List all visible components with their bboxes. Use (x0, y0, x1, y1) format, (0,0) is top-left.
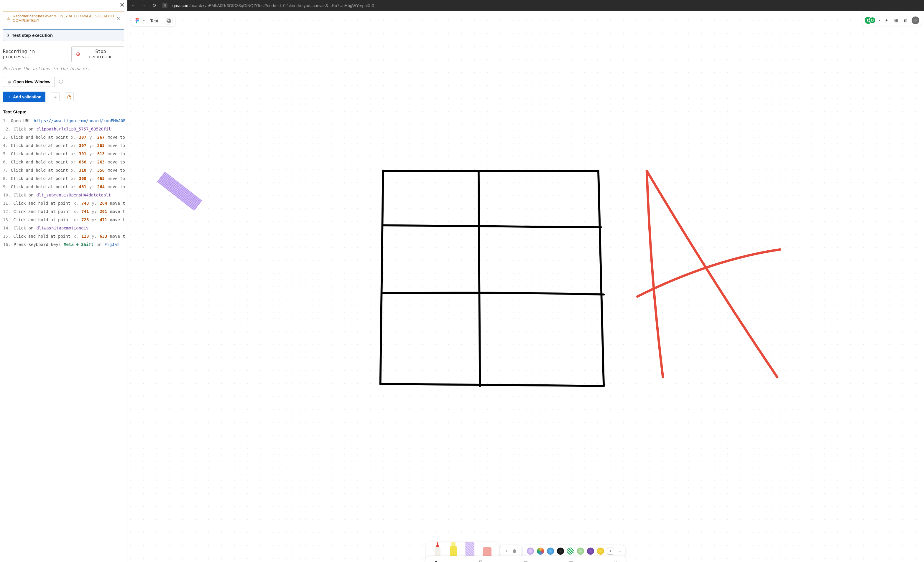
test-step-row[interactable]: 3.Click and hold at point x: 307 y: 267 … (2, 133, 125, 141)
cookie-button[interactable]: ◔ (65, 93, 74, 101)
recorder-panel: ✕ ⚠ Recorder captures events ONLY AFTER … (0, 0, 128, 562)
hint-text: Perform the actions in the browser. (3, 66, 124, 71)
reload-icon[interactable]: ⟳ (152, 3, 158, 8)
sticker-option[interactable] (547, 547, 554, 555)
shape-tool-icon[interactable]: ⊓ (479, 559, 482, 562)
stop-recording-button[interactable]: Stop recording (71, 46, 124, 62)
warning-close-icon[interactable]: ✕ (117, 16, 120, 21)
steps-heading: Test Steps: (3, 109, 124, 114)
shape-tray: ➤ ⊓ ▭ ▭ ○ (426, 556, 626, 562)
test-step-row[interactable]: 12.Click and hold at point x: 741 y: 261… (2, 207, 125, 215)
browser-chrome: ← → ⟳ ⚙ figma.com/board/xvoEMhA0Rr3GfD83… (128, 0, 924, 11)
info-icon[interactable]: ⓘ (59, 79, 63, 85)
back-icon[interactable]: ← (130, 3, 136, 8)
test-step-row[interactable]: 5.Click and hold at point x: 301 y: 613 … (2, 149, 125, 158)
url-path: /board/xvoEMhA0Rr3GfD83qOlNQZ/Test?node-… (190, 3, 374, 8)
record-icon (76, 52, 80, 56)
shape-tool-icon[interactable]: ▭ (569, 559, 573, 562)
plus-icon: ＋ (7, 94, 11, 100)
test-step-row[interactable]: 15.Click and hold at point x: 118 y: 633… (2, 232, 125, 241)
test-step-row[interactable]: 7.Click and hold at point x: 310 y: 356 … (2, 166, 125, 174)
test-step-row[interactable]: 10.Click on dlt_submenuisOpensH44datatoo… (2, 191, 125, 199)
add-sticker-button[interactable]: + (607, 547, 614, 555)
add-step-button[interactable]: ＋ (51, 93, 60, 101)
shape-tool-icon[interactable]: ○ (614, 559, 617, 562)
steps-list: 1.Open URL https://www.figma.com/board/x… (2, 117, 125, 249)
open-window-label: Open New Window (13, 79, 50, 84)
warning-banner: ⚠ Recorder captures events ONLY AFTER PA… (3, 11, 124, 25)
add-validation-button[interactable]: ＋ Add validation (3, 91, 45, 102)
chevron-up-icon[interactable]: ︿ (618, 549, 621, 553)
test-step-row[interactable]: 9.Click and hold at point x: 461 y: 264 … (2, 182, 125, 191)
stroke-size-tray (500, 545, 522, 557)
open-new-window-button[interactable]: ⊕ Open New Window (3, 77, 55, 87)
figjam-canvas[interactable]: ▾ Test D D ▾ ✦ ▦ ◐ (128, 11, 924, 562)
test-step-row[interactable]: 11.Click and hold at point x: 743 y: 264… (2, 199, 125, 207)
chevron-right-icon: ❯ (7, 33, 9, 37)
sticker-option[interactable] (537, 547, 544, 555)
test-step-row[interactable]: 4.Click and hold at point x: 307 y: 265 … (2, 141, 125, 149)
test-step-row[interactable]: 16.Press keyboard keys Meta + Shift on F… (2, 241, 125, 249)
section-header[interactable]: ❯ Test step execution (3, 30, 124, 41)
forward-icon[interactable]: → (141, 3, 147, 8)
warning-icon: ⚠ (7, 16, 10, 21)
section-title: Test step execution (12, 33, 53, 38)
sticker-option[interactable] (557, 547, 564, 555)
add-validation-label: Add validation (13, 94, 41, 99)
cursor-tool-icon[interactable]: ➤ (434, 559, 439, 562)
close-panel-icon[interactable]: ✕ (119, 1, 125, 9)
washi-tape-tool[interactable] (465, 542, 474, 556)
sticker-option[interactable] (587, 547, 594, 555)
sticker-option[interactable] (527, 547, 534, 555)
recording-status: Recording in progress... (3, 49, 66, 60)
test-step-row[interactable]: 1.Open URL https://www.figma.com/board/x… (2, 117, 125, 125)
canvas-drawing (128, 11, 924, 562)
stop-recording-label: Stop recording (82, 49, 119, 60)
stroke-thick[interactable] (513, 549, 516, 553)
sticker-option[interactable] (597, 547, 604, 555)
site-settings-icon[interactable]: ⚙ (162, 3, 168, 8)
address-bar[interactable]: ⚙ figma.com/board/xvoEMhA0Rr3GfD83qOlNQZ… (162, 3, 374, 8)
globe-icon: ⊕ (8, 79, 11, 84)
stickers-tray: + ︿ (523, 545, 626, 557)
url-domain: figma.com (170, 3, 190, 8)
test-step-row[interactable]: 14.Click on dltwashitapemotiondiv (2, 224, 125, 232)
test-step-row[interactable]: 2.Click on clippathurlclip0_5757_63520fi… (2, 125, 125, 133)
stroke-thin[interactable] (506, 550, 507, 552)
browser-panel: ← → ⟳ ⚙ figma.com/board/xvoEMhA0Rr3GfD83… (128, 0, 924, 562)
warning-text: Recorder captures events ONLY AFTER PAGE… (13, 14, 114, 23)
test-step-row[interactable]: 8.Click and hold at point x: 308 y: 465 … (2, 174, 125, 182)
sticker-option[interactable] (577, 547, 584, 555)
test-step-row[interactable]: 6.Click and hold at point x: 656 y: 263 … (2, 158, 125, 166)
sticker-option[interactable] (567, 547, 574, 555)
test-step-row[interactable]: 13.Click and hold at point x: 728 y: 471… (2, 215, 125, 224)
shape-tool-icon[interactable]: ▭ (524, 559, 528, 562)
